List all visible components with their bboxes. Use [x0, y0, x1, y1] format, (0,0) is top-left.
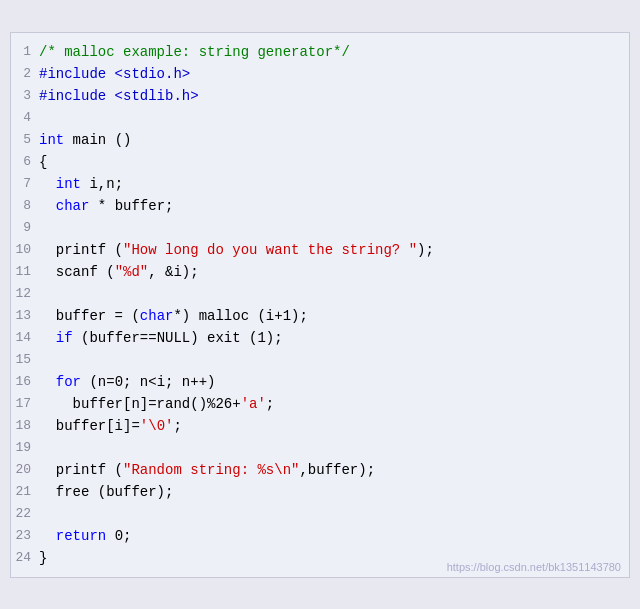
line-number: 5	[11, 129, 39, 151]
code-line: 2#include <stdio.h>	[11, 63, 629, 85]
line-number: 4	[11, 107, 39, 129]
line-content: int main ()	[39, 129, 629, 151]
line-content: printf ("How long do you want the string…	[39, 239, 629, 261]
code-line: 4	[11, 107, 629, 129]
line-number: 9	[11, 217, 39, 239]
line-number: 16	[11, 371, 39, 393]
line-number: 12	[11, 283, 39, 305]
line-content: free (buffer);	[39, 481, 629, 503]
line-content: #include <stdlib.h>	[39, 85, 629, 107]
line-content: buffer = (char*) malloc (i+1);	[39, 305, 629, 327]
code-editor: 1/* malloc example: string generator*/2#…	[10, 32, 630, 578]
line-content: /* malloc example: string generator*/	[39, 41, 629, 63]
code-line: 18 buffer[i]='\0';	[11, 415, 629, 437]
line-number: 18	[11, 415, 39, 437]
line-number: 22	[11, 503, 39, 525]
code-line: 12	[11, 283, 629, 305]
line-number: 8	[11, 195, 39, 217]
line-content: for (n=0; n<i; n++)	[39, 371, 629, 393]
line-content: {	[39, 151, 629, 173]
line-content: return 0;	[39, 525, 629, 547]
line-number: 6	[11, 151, 39, 173]
line-number: 21	[11, 481, 39, 503]
line-content: #include <stdio.h>	[39, 63, 629, 85]
code-line: 5int main ()	[11, 129, 629, 151]
code-line: 10 printf ("How long do you want the str…	[11, 239, 629, 261]
line-number: 23	[11, 525, 39, 547]
line-content: printf ("Random string: %s\n",buffer);	[39, 459, 629, 481]
code-line: 22	[11, 503, 629, 525]
line-content	[39, 349, 629, 371]
code-line: 14 if (buffer==NULL) exit (1);	[11, 327, 629, 349]
code-line: 3#include <stdlib.h>	[11, 85, 629, 107]
code-line: 17 buffer[n]=rand()%26+'a';	[11, 393, 629, 415]
code-line: 20 printf ("Random string: %s\n",buffer)…	[11, 459, 629, 481]
line-number: 1	[11, 41, 39, 63]
code-line: 6{	[11, 151, 629, 173]
line-content	[39, 217, 629, 239]
line-content: buffer[i]='\0';	[39, 415, 629, 437]
line-number: 3	[11, 85, 39, 107]
code-line: 11 scanf ("%d", &i);	[11, 261, 629, 283]
watermark: https://blog.csdn.net/bk1351143780	[447, 561, 621, 573]
line-content: scanf ("%d", &i);	[39, 261, 629, 283]
line-number: 24	[11, 547, 39, 569]
line-number: 19	[11, 437, 39, 459]
code-line: 7 int i,n;	[11, 173, 629, 195]
code-line: 13 buffer = (char*) malloc (i+1);	[11, 305, 629, 327]
line-content	[39, 107, 629, 129]
line-number: 7	[11, 173, 39, 195]
line-number: 20	[11, 459, 39, 481]
line-content: char * buffer;	[39, 195, 629, 217]
line-number: 2	[11, 63, 39, 85]
code-line: 21 free (buffer);	[11, 481, 629, 503]
line-number: 17	[11, 393, 39, 415]
line-content	[39, 503, 629, 525]
line-content: int i,n;	[39, 173, 629, 195]
line-number: 15	[11, 349, 39, 371]
code-line: 16 for (n=0; n<i; n++)	[11, 371, 629, 393]
line-number: 10	[11, 239, 39, 261]
code-line: 9	[11, 217, 629, 239]
line-content	[39, 283, 629, 305]
line-number: 11	[11, 261, 39, 283]
code-line: 1/* malloc example: string generator*/	[11, 41, 629, 63]
code-line: 15	[11, 349, 629, 371]
line-content: if (buffer==NULL) exit (1);	[39, 327, 629, 349]
line-number: 13	[11, 305, 39, 327]
code-line: 8 char * buffer;	[11, 195, 629, 217]
code-line: 19	[11, 437, 629, 459]
code-line: 23 return 0;	[11, 525, 629, 547]
line-content: buffer[n]=rand()%26+'a';	[39, 393, 629, 415]
line-content	[39, 437, 629, 459]
line-number: 14	[11, 327, 39, 349]
